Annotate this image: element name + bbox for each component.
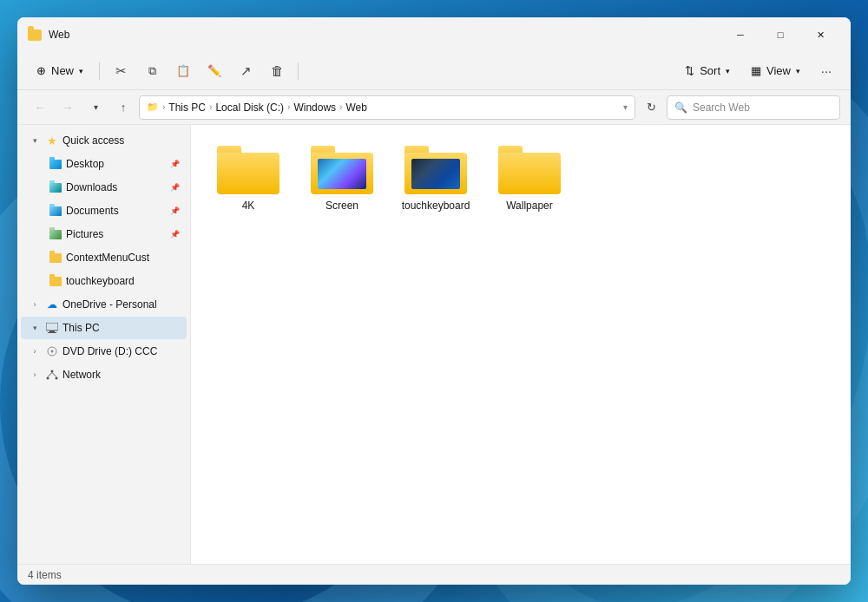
desktop-folder-icon — [49, 157, 62, 171]
close-button[interactable]: ✕ — [800, 21, 840, 49]
minimize-button[interactable]: ─ — [720, 21, 760, 49]
sort-icon: ⇅ — [685, 64, 694, 77]
svg-point-4 — [51, 350, 54, 353]
touchkeyboard-label: touchkeyboard — [66, 275, 180, 287]
dvd-icon — [45, 344, 59, 358]
view-icon: ▦ — [751, 64, 761, 77]
copy-button[interactable]: ⧉ — [138, 57, 166, 85]
share-icon: ↗ — [240, 63, 252, 79]
sidebar-item-onedrive[interactable]: › ☁ OneDrive - Personal — [21, 293, 187, 316]
desktop-pin-icon: 📌 — [170, 160, 180, 168]
status-bar: 4 items — [17, 564, 851, 585]
sidebar-item-thispc[interactable]: ▾ This PC — [21, 317, 187, 339]
quick-access-label: Quick access — [62, 134, 180, 147]
breadcrumb-sep-3: › — [287, 102, 290, 112]
pc-icon — [45, 321, 59, 335]
sort-chevron-icon: ▾ — [726, 67, 730, 75]
network-expand-icon: › — [28, 368, 42, 382]
svg-rect-1 — [49, 330, 55, 332]
toolbar: ⊕ New ▾ ✂ ⧉ 📋 ✏️ ↗ 🗑 ⇅ Sort ▾ ▦ — [17, 52, 851, 90]
list-item[interactable]: Wallpaper — [486, 139, 573, 220]
sidebar-item-desktop[interactable]: Desktop 📌 — [21, 153, 187, 175]
refresh-button[interactable]: ↻ — [639, 95, 663, 120]
file-explorer-window: Web ─ □ ✕ ⊕ New ▾ ✂ ⧉ 📋 ✏️ ↗ 🗑 — [17, 17, 851, 585]
folder-touchkeyboard-icon — [404, 146, 467, 194]
back-button[interactable]: ← — [28, 95, 52, 120]
delete-button[interactable]: 🗑 — [263, 57, 291, 85]
view-button[interactable]: ▦ View ▾ — [742, 57, 809, 85]
maximize-button[interactable]: □ — [760, 21, 800, 49]
breadcrumb-web[interactable]: Web — [345, 101, 366, 114]
sidebar-item-quick-access[interactable]: ▾ ★ Quick access — [21, 129, 187, 152]
downloads-pin-icon: 📌 — [170, 183, 180, 192]
svg-point-7 — [56, 377, 58, 380]
quick-access-expand-icon: ▾ — [28, 134, 42, 147]
folder-screen-icon — [311, 146, 373, 194]
view-chevron-icon: ▾ — [796, 67, 800, 75]
svg-point-6 — [47, 377, 49, 380]
search-placeholder: Search Web — [693, 101, 750, 114]
screen-thumbnail — [318, 159, 366, 189]
list-item[interactable]: touchkeyboard — [392, 139, 479, 220]
search-box[interactable]: 🔍 Search Web — [667, 95, 840, 120]
breadcrumb-chevron-icon[interactable]: ▾ — [623, 102, 628, 112]
downloads-label: Downloads — [66, 181, 167, 193]
network-label: Network — [62, 369, 180, 381]
item-count: 4 items — [28, 569, 62, 581]
share-button[interactable]: ↗ — [232, 57, 260, 85]
rename-icon: ✏️ — [207, 64, 221, 77]
dvd-expand-icon: › — [28, 344, 42, 358]
address-bar: ← → ▾ ↑ 📁 › This PC › Local Disk (C:) › … — [17, 90, 851, 125]
breadcrumb-sep-4: › — [339, 102, 342, 112]
paste-icon: 📋 — [176, 64, 190, 77]
cut-button[interactable]: ✂ — [107, 57, 135, 85]
list-item[interactable]: Screen — [299, 139, 385, 220]
more-icon: ··· — [821, 63, 832, 78]
svg-line-9 — [52, 373, 56, 377]
star-icon: ★ — [45, 134, 59, 147]
more-button[interactable]: ··· — [812, 57, 840, 85]
recent-locations-button[interactable]: ▾ — [83, 95, 108, 120]
sidebar-item-dvd[interactable]: › DVD Drive (D:) CCC — [21, 340, 187, 363]
svg-point-5 — [51, 370, 54, 373]
new-button[interactable]: ⊕ New ▾ — [28, 57, 92, 85]
folder-touchkeyboard-name: touchkeyboard — [402, 200, 470, 213]
sidebar-item-touchkeyboard[interactable]: touchkeyboard — [21, 270, 187, 292]
pictures-pin-icon: 📌 — [170, 230, 180, 239]
sidebar-item-pictures[interactable]: Pictures 📌 — [21, 223, 187, 245]
breadcrumb-thispc[interactable]: This PC — [168, 101, 206, 114]
view-label: View — [766, 64, 791, 77]
folder-screen-name: Screen — [326, 200, 358, 213]
forward-button[interactable]: → — [56, 95, 80, 120]
rename-button[interactable]: ✏️ — [201, 57, 228, 85]
desktop-label: Desktop — [66, 158, 167, 170]
new-plus-icon: ⊕ — [36, 64, 46, 77]
documents-folder-icon — [49, 204, 62, 218]
breadcrumb-windows[interactable]: Windows — [293, 101, 336, 114]
svg-line-8 — [48, 373, 52, 377]
window-title: Web — [49, 29, 720, 41]
onedrive-expand-icon: › — [28, 298, 42, 311]
touchkeyboard-thumbnail — [411, 159, 460, 189]
folder-wallpaper-name: Wallpaper — [506, 200, 553, 213]
breadcrumb-localdisk[interactable]: Local Disk (C:) — [215, 101, 284, 114]
pictures-label: Pictures — [66, 228, 167, 240]
downloads-folder-icon — [49, 180, 62, 194]
up-button[interactable]: ↑ — [111, 95, 135, 120]
sidebar-item-downloads[interactable]: Downloads 📌 — [21, 176, 187, 199]
sidebar: ▾ ★ Quick access Desktop 📌 Downloads 📌 D… — [17, 125, 191, 564]
sidebar-item-contextmenucust[interactable]: ContextMenuCust — [21, 246, 187, 269]
breadcrumb-bar[interactable]: 📁 › This PC › Local Disk (C:) › Windows … — [139, 95, 635, 120]
documents-pin-icon: 📌 — [170, 206, 180, 215]
sidebar-item-network[interactable]: › Network — [21, 363, 187, 386]
sidebar-item-documents[interactable]: Documents 📌 — [21, 200, 187, 222]
dvd-label: DVD Drive (D:) CCC — [62, 345, 180, 357]
new-label: New — [51, 64, 74, 77]
onedrive-label: OneDrive - Personal — [62, 298, 180, 311]
paste-button[interactable]: 📋 — [169, 57, 197, 85]
svg-rect-2 — [48, 332, 56, 333]
list-item[interactable]: 4K — [205, 139, 292, 220]
sort-button[interactable]: ⇅ Sort ▾ — [676, 57, 739, 85]
copy-icon: ⧉ — [148, 64, 156, 78]
search-icon: 🔍 — [674, 101, 687, 114]
